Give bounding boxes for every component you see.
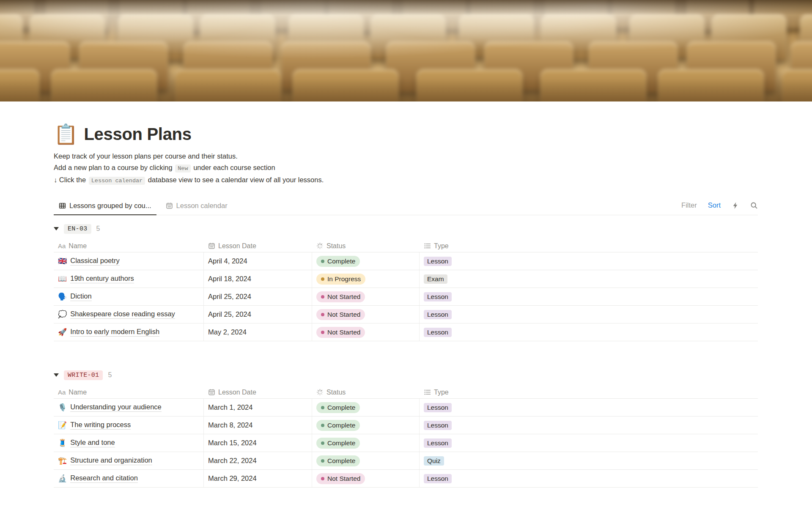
status-badge[interactable]: Not Started (316, 291, 365, 302)
cell-type[interactable]: Lesson (420, 288, 758, 305)
row-page-title[interactable]: Understanding your audience (70, 403, 162, 412)
group-toggle-triangle[interactable] (54, 373, 59, 377)
cell-type[interactable]: Lesson (420, 434, 758, 452)
cell-name[interactable]: 🎙️Understanding your audience (54, 399, 204, 416)
table-row: 📖19th century authorsApril 18, 2024In Pr… (54, 270, 758, 288)
cell-lesson-date[interactable]: May 2, 2024 (204, 323, 312, 341)
cell-type[interactable]: Exam (420, 270, 758, 288)
cell-status[interactable]: Not Started (312, 288, 420, 305)
cell-status[interactable]: Not Started (312, 306, 420, 323)
cell-type[interactable]: Lesson (420, 417, 758, 434)
table-row: 🔬Research and citationMarch 29, 2024Not … (54, 470, 758, 488)
cell-type[interactable]: Lesson (420, 399, 758, 416)
row-page-title[interactable]: Intro to early modern English (70, 328, 159, 337)
cell-lesson-date[interactable]: April 25, 2024 (204, 288, 312, 305)
page-icon[interactable]: 📋 (54, 124, 78, 144)
cell-lesson-date[interactable]: March 1, 2024 (204, 399, 312, 416)
type-badge[interactable]: Lesson (424, 310, 452, 319)
column-header-status[interactable]: Status (312, 386, 420, 398)
status-dot (321, 406, 324, 409)
cell-type[interactable]: Quiz (420, 452, 758, 469)
status-label: Not Started (327, 475, 360, 482)
cell-name[interactable]: 💭Shakespeare close reading essay (54, 306, 204, 323)
column-header-name[interactable]: AaName (54, 240, 204, 252)
row-page-title[interactable]: Structure and organization (70, 456, 152, 465)
cell-lesson-date[interactable]: March 29, 2024 (204, 470, 312, 487)
type-badge[interactable]: Lesson (424, 328, 452, 337)
group-toggle-triangle[interactable] (54, 227, 59, 230)
cell-lesson-date[interactable]: April 4, 2024 (204, 252, 312, 270)
cover-photo[interactable] (0, 0, 812, 101)
type-badge[interactable]: Lesson (424, 438, 452, 448)
status-badge[interactable]: Complete (316, 256, 360, 267)
cell-type[interactable]: Lesson (420, 470, 758, 487)
type-badge[interactable]: Lesson (424, 421, 452, 430)
row-page-title[interactable]: Diction (70, 292, 91, 301)
cell-name[interactable]: 🚀Intro to early modern English (54, 323, 204, 341)
cell-lesson-date[interactable]: April 25, 2024 (204, 306, 312, 323)
cell-name[interactable]: 📝The writing process (54, 417, 204, 434)
cell-name[interactable]: 🗣️Diction (54, 288, 204, 305)
cell-lesson-date[interactable]: March 8, 2024 (204, 417, 312, 434)
row-page-title[interactable]: Classical poetry (70, 257, 119, 266)
row-page-title[interactable]: The writing process (70, 421, 131, 430)
filter-button[interactable]: Filter (681, 201, 697, 209)
row-page-title[interactable]: Research and citation (70, 474, 138, 483)
status-badge[interactable]: Not Started (316, 473, 365, 484)
cell-name[interactable]: 📖19th century authors (54, 270, 204, 288)
group-name-chip[interactable]: EN-03 (64, 224, 91, 234)
cell-status[interactable]: Complete (312, 399, 420, 416)
automations-bolt-icon[interactable] (732, 202, 739, 209)
status-badge[interactable]: Not Started (316, 327, 365, 338)
column-header-type[interactable]: Type (420, 386, 758, 398)
status-badge[interactable]: Complete (316, 402, 360, 413)
cell-type[interactable]: Lesson (420, 323, 758, 341)
sort-button[interactable]: Sort (708, 201, 721, 209)
column-header-lesson-date[interactable]: Lesson Date (204, 386, 312, 398)
cell-status[interactable]: Not Started (312, 323, 420, 341)
row-page-title[interactable]: Style and tone (70, 438, 115, 447)
column-header-name[interactable]: AaName (54, 386, 204, 398)
cell-name[interactable]: 🇬🇧Classical poetry (54, 252, 204, 270)
type-badge[interactable]: Quiz (424, 456, 444, 466)
status-badge[interactable]: In Progress (316, 274, 365, 285)
cell-lesson-date[interactable]: March 15, 2024 (204, 434, 312, 452)
cell-name[interactable]: 🏗️Structure and organization (54, 452, 204, 469)
status-badge[interactable]: Not Started (316, 309, 365, 320)
column-header-lesson-date[interactable]: Lesson Date (204, 240, 312, 252)
column-header-type[interactable]: Type (420, 240, 758, 252)
cell-status[interactable]: Not Started (312, 470, 420, 487)
cell-lesson-date[interactable]: March 22, 2024 (204, 452, 312, 469)
cell-name[interactable]: 🧵Style and tone (54, 434, 204, 452)
row-page-title[interactable]: Shakespeare close reading essay (70, 310, 175, 319)
status-dot (321, 313, 324, 316)
cell-status[interactable]: In Progress (312, 270, 420, 288)
lesson-date-value: March 15, 2024 (208, 439, 257, 447)
search-icon[interactable] (750, 202, 758, 209)
cell-lesson-date[interactable]: April 18, 2024 (204, 270, 312, 288)
status-label: In Progress (327, 275, 361, 283)
type-badge[interactable]: Lesson (424, 403, 452, 412)
cell-type[interactable]: Lesson (420, 306, 758, 323)
cell-status[interactable]: Complete (312, 434, 420, 452)
group-name-chip[interactable]: WRITE-01 (64, 370, 103, 380)
status-badge[interactable]: Complete (316, 455, 360, 466)
type-badge[interactable]: Lesson (424, 257, 452, 266)
cell-name[interactable]: 🔬Research and citation (54, 470, 204, 487)
type-badge[interactable]: Exam (424, 274, 447, 284)
status-dot (321, 277, 324, 281)
cell-status[interactable]: Complete (312, 452, 420, 469)
status-badge[interactable]: Complete (316, 420, 360, 431)
row-page-title[interactable]: 19th century authors (70, 274, 134, 283)
cell-type[interactable]: Lesson (420, 252, 758, 270)
type-badge[interactable]: Lesson (424, 474, 452, 483)
cell-status[interactable]: Complete (312, 417, 420, 434)
tab-lessons-grouped-by-cou[interactable]: Lessons grouped by cou... (54, 197, 156, 215)
status-badge[interactable]: Complete (316, 438, 360, 449)
column-header-status[interactable]: Status (312, 240, 420, 252)
table-header-row: AaNameLesson DateStatusType (54, 386, 758, 399)
page-title[interactable]: Lesson Plans (84, 125, 191, 144)
tab-lesson-calendar[interactable]: Lesson calendar (161, 197, 233, 215)
cell-status[interactable]: Complete (312, 252, 420, 270)
type-badge[interactable]: Lesson (424, 292, 452, 301)
